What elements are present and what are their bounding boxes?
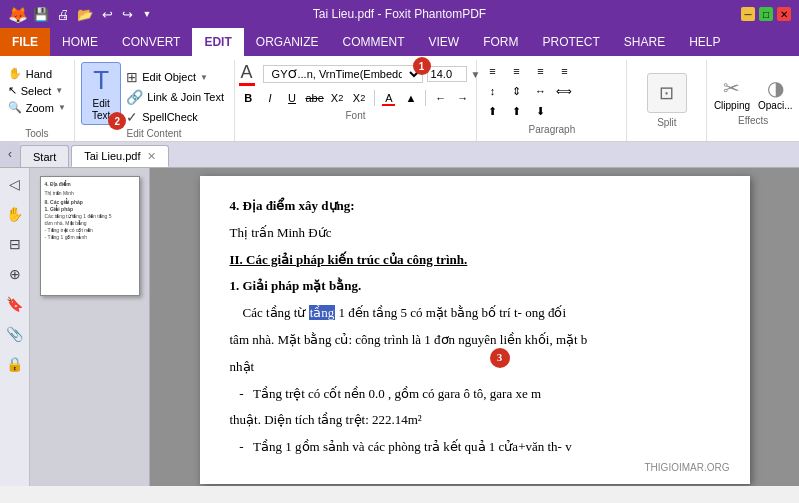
redo-button[interactable]: ↪ (118, 5, 136, 23)
superscript-button[interactable]: X2 (328, 88, 347, 108)
strikethrough-button[interactable]: abe (305, 88, 325, 108)
menu-item-edit[interactable]: EDIT (192, 28, 243, 56)
edit-content-group-label: Edit Content (127, 128, 182, 139)
line-spacing-button[interactable]: ↕ (481, 82, 503, 100)
menu-item-help[interactable]: HELP (677, 28, 732, 56)
char-spacing-button[interactable]: ↔ (529, 82, 551, 100)
quick-access-open[interactable]: 📂 (76, 5, 94, 23)
align-right-button[interactable]: ≡ (529, 62, 551, 80)
bold-button[interactable]: B (239, 88, 258, 108)
sidebar-btn-lock[interactable]: 🔒 (3, 352, 27, 376)
para-spacing-row: ↕ ⇕ ↔ ⟺ (481, 82, 622, 100)
spellcheck-icon: ✓ (126, 109, 138, 125)
hand-tool-button[interactable]: ✋ Hand (5, 66, 69, 81)
font-name-select[interactable]: GYƠ...n, VrnTime(Embedded) (263, 65, 423, 83)
link-join-icon: 🔗 (126, 89, 143, 105)
menu-item-protect[interactable]: PROTECT (530, 28, 611, 56)
clipping-button[interactable]: ✂ Clipping (714, 76, 750, 111)
edit-object-label: Edit Object (142, 71, 196, 83)
quick-access-save[interactable]: 💾 (32, 5, 50, 23)
sidebar-btn-bookmark[interactable]: 🔖 (3, 292, 27, 316)
sidebar-btn-1[interactable]: ◁ (3, 172, 27, 196)
split-button[interactable]: ⊡ (647, 73, 687, 113)
tab-close-icon[interactable]: ✕ (147, 151, 156, 162)
word-spacing-button[interactable]: ⟺ (553, 82, 575, 100)
indent-increase-btn[interactable]: → (453, 88, 472, 108)
indent-decrease-btn[interactable]: ← (431, 88, 450, 108)
zoom-icon: 🔍 (8, 101, 22, 114)
dropdown-arrow-icon[interactable]: ▼ (138, 5, 156, 23)
vertical-center-button[interactable]: ⬆ (505, 102, 527, 120)
menu-item-organize[interactable]: ORGANIZE (244, 28, 331, 56)
subscript-button[interactable]: X2 (350, 88, 369, 108)
select-dropdown-icon[interactable]: ▼ (55, 86, 63, 95)
highlight-btn[interactable]: ▲ (401, 88, 420, 108)
pdf-para-3: nhật (230, 357, 720, 378)
pdf-heading-1: 1. Giải pháp mặt bằng. (230, 276, 720, 297)
undo-button[interactable]: ↩ (98, 5, 116, 23)
edit-object-button[interactable]: ⊞ Edit Object ▼ (123, 68, 227, 86)
zoom-dropdown-icon[interactable]: ▼ (58, 103, 66, 112)
opacity-button[interactable]: ◑ Opaci... (758, 76, 792, 111)
spellcheck-label: SpellCheck (142, 111, 198, 123)
color-underline (382, 104, 395, 106)
ribbon-group-font: A GYƠ...n, VrnTime(Embedded) 1 ▼ B I U a… (235, 60, 478, 141)
font-name-container: GYƠ...n, VrnTime(Embedded) 1 (263, 65, 423, 83)
tools-group-label: Tools (25, 128, 48, 139)
menu-item-file[interactable]: FILE (0, 28, 50, 56)
sidebar-btn-3[interactable]: ⊕ (3, 262, 27, 286)
tab-scroll-left[interactable]: ‹ (0, 141, 20, 167)
tab-tai-lieu[interactable]: Tai Lieu.pdf ✕ (71, 145, 168, 167)
pdf-bullet-2: - Tầng 1 gồm sảnh và các phòng trả kết q… (230, 437, 720, 458)
ribbon-group-effects: ✂ Clipping ◑ Opaci... Effects (707, 60, 799, 141)
pdf-heading-2: II. Các giải pháp kiến trúc của công trì… (230, 250, 720, 271)
italic-button[interactable]: I (261, 88, 280, 108)
close-button[interactable]: ✕ (777, 7, 791, 21)
text-color-icon: A (241, 62, 253, 83)
font-row1: A GYƠ...n, VrnTime(Embedded) 1 ▼ (239, 62, 473, 86)
minimize-button[interactable]: ─ (741, 7, 755, 21)
page-thumbnail[interactable]: 4. Địa điểm Thị trấn Minh II. Các giải p… (40, 176, 140, 296)
para-align-row: ≡ ≡ ≡ ≡ (481, 62, 622, 80)
highlight-icon: ▲ (406, 92, 417, 104)
align-justify-button[interactable]: ≡ (553, 62, 575, 80)
font-size-input[interactable] (427, 66, 467, 82)
vertical-bottom-button[interactable]: ⬇ (529, 102, 551, 120)
edit-content-content: T EditText 2 ⊞ Edit Object ▼ 🔗 Link & Jo… (81, 62, 227, 126)
menu-item-form[interactable]: FORM (471, 28, 530, 56)
quick-access-print[interactable]: 🖨 (54, 5, 72, 23)
step-3-circle: 3 (490, 348, 510, 368)
menu-item-home[interactable]: HOME (50, 28, 110, 56)
split-group-label: Split (657, 117, 676, 128)
sidebar-btn-attach[interactable]: 📎 (3, 322, 27, 346)
tab-start[interactable]: Start (20, 145, 69, 167)
title-bar-left: 🦊 💾 🖨 📂 ↩ ↪ ▼ (8, 5, 156, 24)
para-vertical-row: ⬆ ⬆ ⬇ (481, 102, 622, 120)
menu-item-share[interactable]: SHARE (612, 28, 677, 56)
spellcheck-button[interactable]: ✓ SpellCheck (123, 108, 227, 126)
edit-object-dropdown-icon[interactable]: ▼ (200, 73, 208, 82)
text-color-btn[interactable]: A (379, 88, 398, 108)
step-2-circle: 2 (108, 112, 126, 130)
align-center-button[interactable]: ≡ (505, 62, 527, 80)
clipping-label: Clipping (714, 100, 750, 111)
menu-item-convert[interactable]: CONVERT (110, 28, 192, 56)
ribbon-group-tools: ✋ Hand ↖ Select ▼ 🔍 Zoom ▼ Tools (0, 60, 75, 141)
select-tool-button[interactable]: ↖ Select ▼ (5, 83, 69, 98)
align-left-button[interactable]: ≡ (481, 62, 503, 80)
menu-item-view[interactable]: VIEW (416, 28, 471, 56)
sidebar-btn-layers[interactable]: ⊟ (3, 232, 27, 256)
maximize-button[interactable]: □ (759, 7, 773, 21)
zoom-tool-button[interactable]: 🔍 Zoom ▼ (5, 100, 69, 115)
sidebar-btn-hand[interactable]: ✋ (3, 202, 27, 226)
underline-button[interactable]: U (283, 88, 302, 108)
edit-text-button[interactable]: T EditText 2 (81, 62, 121, 125)
menu-item-comment[interactable]: COMMENT (330, 28, 416, 56)
window-title: Tai Lieu.pdf - Foxit PhantomPDF (313, 7, 486, 21)
link-join-button[interactable]: 🔗 Link & Join Text (123, 88, 227, 106)
vertical-top-button[interactable]: ⬆ (481, 102, 503, 120)
thumbnail-panel: 4. Địa điểm Thị trấn Minh II. Các giải p… (30, 168, 150, 486)
para-spacing-button[interactable]: ⇕ (505, 82, 527, 100)
divider-1 (374, 90, 375, 106)
text-color-picker[interactable]: A (239, 62, 255, 86)
